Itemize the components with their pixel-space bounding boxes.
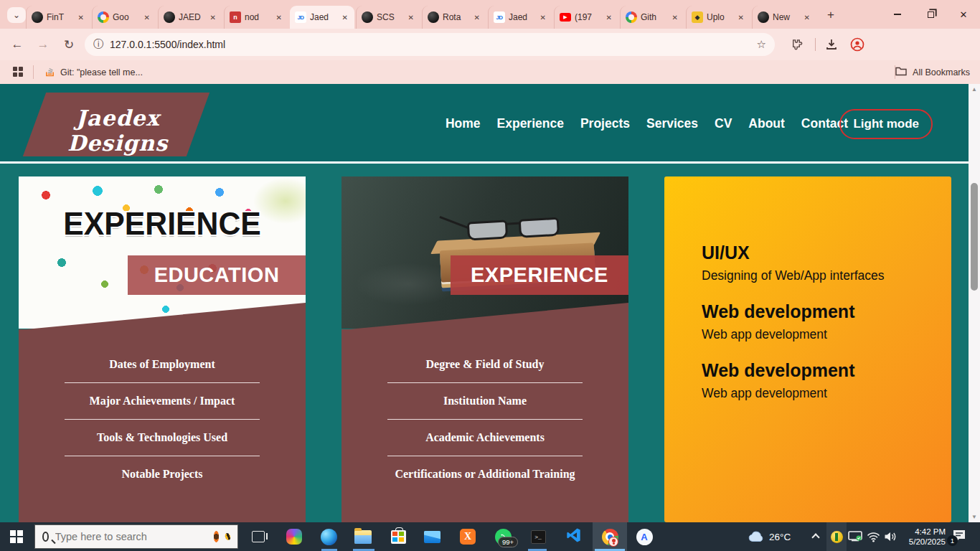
browser-tab[interactable]: SCS✕: [356, 6, 420, 29]
list-item[interactable]: Notable Projects: [19, 456, 306, 492]
nav-link-experience[interactable]: Experience: [497, 116, 564, 131]
profile-avatar-icon[interactable]: [849, 37, 865, 52]
address-bar[interactable]: ⓘ 127.0.0.1:5500/index.html ☆: [85, 33, 775, 56]
volume-tray-icon[interactable]: [882, 528, 899, 545]
browser-tab[interactable]: Goo✕: [92, 6, 156, 29]
start-button[interactable]: [0, 522, 33, 551]
site-favicon-icon: [362, 11, 373, 23]
vscode-button[interactable]: [565, 528, 583, 545]
command-prompt-button[interactable]: >_: [529, 528, 547, 545]
screen: ⌄ FinT✕ Goo✕ JAED✕ nnod✕ JDJaed✕ SCS✕ Ro…: [0, 0, 980, 551]
tab-search-button[interactable]: ⌄: [7, 7, 26, 23]
tab-close-icon[interactable]: ✕: [209, 13, 217, 22]
task-view-button[interactable]: [250, 528, 267, 545]
edge-button[interactable]: [320, 528, 337, 545]
experience-card-body: Degree & Field of Study Institution Name…: [341, 329, 628, 522]
chrome-profile-alert-badge: [608, 537, 618, 547]
window-minimize-button[interactable]: [881, 0, 914, 29]
cast-tray-icon[interactable]: [847, 528, 864, 545]
file-explorer-button[interactable]: [354, 528, 372, 545]
education-banner: EDUCATION: [128, 255, 306, 295]
tab-close-icon[interactable]: ✕: [671, 13, 679, 22]
tab-close-icon[interactable]: ✕: [737, 13, 745, 22]
extensions-icon[interactable]: [788, 37, 804, 52]
mail-button[interactable]: [423, 528, 440, 545]
light-mode-toggle-button[interactable]: Light mode: [839, 109, 933, 139]
scrollbar-thumb[interactable]: [971, 183, 978, 291]
tab-close-icon[interactable]: ✕: [803, 13, 811, 22]
tab-close-icon[interactable]: ✕: [143, 13, 151, 22]
list-item[interactable]: Degree & Field of Study: [341, 347, 628, 382]
tab-close-icon[interactable]: ✕: [605, 13, 613, 22]
scroll-down-icon[interactable]: ▼: [969, 514, 980, 520]
tab-title: Jaed: [509, 12, 535, 22]
nav-link-home[interactable]: Home: [446, 116, 481, 131]
nav-link-about[interactable]: About: [748, 116, 785, 131]
browser-tab[interactable]: Rota✕: [422, 6, 486, 29]
taskbar-search-box[interactable]: [34, 524, 238, 549]
browser-tab[interactable]: FinT✕: [26, 6, 90, 29]
reload-button[interactable]: ↻: [60, 36, 77, 53]
wifi-tray-icon[interactable]: [864, 528, 882, 545]
search-input[interactable]: [55, 531, 170, 542]
list-item[interactable]: Major Achievements / Impact: [19, 383, 306, 419]
notification-center-button[interactable]: 1: [951, 528, 969, 545]
experience-list: Degree & Field of Study Institution Name…: [341, 347, 628, 492]
xampp-button[interactable]: X: [459, 528, 476, 545]
nav-link-services[interactable]: Services: [646, 116, 698, 131]
jaedex-favicon-icon: JD: [494, 11, 505, 23]
browser-tab[interactable]: ▶(197✕: [554, 6, 618, 29]
download-icon[interactable]: [824, 37, 839, 52]
nav-link-cv[interactable]: CV: [715, 116, 732, 131]
tab-close-icon[interactable]: ✕: [275, 13, 283, 22]
weather-temperature[interactable]: 26°C: [769, 522, 791, 551]
browser-tab-strip: ⌄ FinT✕ Goo✕ JAED✕ nnod✕ JDJaed✕ SCS✕ Ro…: [0, 0, 980, 29]
list-item[interactable]: Academic Achievements: [341, 420, 628, 456]
browser-tab[interactable]: ◆Uplo✕: [686, 6, 750, 29]
site-info-icon[interactable]: ⓘ: [93, 38, 103, 51]
scroll-up-icon[interactable]: ▲: [969, 86, 980, 93]
microsoft-store-button[interactable]: [390, 528, 407, 545]
new-tab-button[interactable]: +: [822, 7, 839, 23]
all-bookmarks-button[interactable]: All Bookmarks: [895, 64, 970, 80]
bookmark-git[interactable]: Git: "please tell me...: [44, 64, 143, 80]
android-studio-button[interactable]: A: [636, 528, 653, 545]
npm-favicon-icon: n: [230, 11, 241, 23]
list-item[interactable]: Institution Name: [341, 383, 628, 419]
tab-close-icon[interactable]: ✕: [341, 13, 349, 22]
tab-title: Rota: [443, 12, 469, 22]
window-restore-button[interactable]: [914, 0, 947, 29]
browser-tab[interactable]: New✕: [752, 6, 816, 29]
list-item[interactable]: Dates of Employment: [19, 347, 306, 382]
back-button[interactable]: ←: [9, 36, 26, 53]
youtube-favicon-icon: ▶: [560, 13, 571, 22]
whatsapp-unread-badge: 99+: [498, 537, 518, 547]
page-scrollbar[interactable]: ▲ ▼: [969, 84, 980, 522]
tab-close-icon[interactable]: ✕: [407, 13, 415, 22]
tab-close-icon[interactable]: ✕: [539, 13, 547, 22]
tray-expand-icon[interactable]: [811, 533, 819, 541]
browser-tab[interactable]: JAED✕: [158, 6, 222, 29]
tab-title: Jaed: [310, 12, 337, 22]
forward-button[interactable]: →: [34, 36, 52, 53]
browser-tab-active[interactable]: JDJaed✕: [290, 6, 354, 29]
copilot-button[interactable]: [286, 528, 303, 545]
url-text[interactable]: 127.0.0.1:5500/index.html: [110, 39, 750, 50]
antivirus-tray-icon[interactable]: [828, 528, 845, 545]
weather-cloud-icon[interactable]: [748, 528, 765, 545]
taskbar-clock[interactable]: 4:42 PM 5/20/2025: [901, 522, 946, 551]
site-logo[interactable]: Jaedex Designs: [29, 105, 207, 156]
list-item[interactable]: Certifications or Additional Training: [341, 456, 628, 492]
service-desc: Web app development: [702, 327, 923, 342]
window-close-button[interactable]: ✕: [947, 0, 980, 29]
nav-link-projects[interactable]: Projects: [580, 116, 630, 131]
tab-close-icon[interactable]: ✕: [77, 13, 85, 22]
tab-close-icon[interactable]: ✕: [473, 13, 481, 22]
bookmark-star-icon[interactable]: ☆: [757, 38, 766, 51]
browser-tab[interactable]: nnod✕: [224, 6, 288, 29]
experience-card: EXPERIENCE Degree & Field of Study Insti…: [341, 176, 628, 522]
browser-tab[interactable]: Gith✕: [620, 6, 684, 29]
list-item[interactable]: Tools & Technologies Used: [19, 420, 306, 456]
browser-tab[interactable]: JDJaed✕: [488, 6, 552, 29]
apps-grid-icon[interactable]: [13, 67, 24, 77]
